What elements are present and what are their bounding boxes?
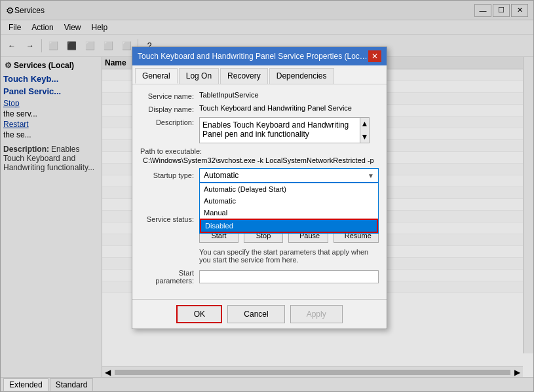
tab-general[interactable]: General	[135, 68, 178, 84]
info-text: You can specify the start parameters tha…	[140, 248, 379, 264]
startup-type-value: Automatic	[204, 171, 238, 180]
tab-dependencies[interactable]: Dependencies	[269, 68, 334, 84]
description-value: Enables Touch Keyboard and Handwriting P…	[202, 120, 349, 139]
properties-dialog: Touch Keyboard and Handwriting Panel Ser…	[132, 46, 387, 329]
start-parameters-row: Start parameters:	[140, 269, 379, 285]
params-label: Start parameters:	[140, 269, 199, 285]
startup-dropdown-list: Automatic (Delayed Start) Automatic Manu…	[199, 183, 379, 234]
description-row: Description: Enables Touch Keyboard and …	[140, 117, 379, 143]
scroll-down-icon[interactable]: ▼	[361, 132, 369, 141]
dialog-title: Touch Keyboard and Handwriting Panel Ser…	[138, 52, 368, 61]
option-auto-delayed[interactable]: Automatic (Delayed Start)	[200, 183, 378, 195]
ok-button[interactable]: OK	[176, 305, 222, 323]
service-name-label: Service name:	[140, 91, 199, 100]
path-value: C:\Windows\System32\svchost.exe -k Local…	[140, 156, 379, 164]
startup-type-row: Startup type: Automatic ▼ Automatic (Del…	[140, 168, 379, 183]
option-disabled[interactable]: Disabled	[200, 219, 378, 233]
service-name-row: Service name: TabletInputService	[140, 91, 379, 100]
display-name-value: Touch Keyboard and Handwriting Panel Ser…	[199, 104, 379, 112]
description-scrollbar[interactable]: ▲ ▼	[360, 118, 369, 143]
cancel-button[interactable]: Cancel	[227, 305, 284, 323]
dialog-close-button[interactable]: ✕	[368, 50, 381, 62]
dialog-title-bar: Touch Keyboard and Handwriting Panel Ser…	[132, 47, 387, 65]
dropdown-arrow-icon: ▼	[368, 172, 374, 179]
tab-recovery[interactable]: Recovery	[220, 68, 268, 84]
display-name-row: Display name: Touch Keyboard and Handwri…	[140, 104, 379, 113]
description-box: Enables Touch Keyboard and Handwriting P…	[199, 117, 370, 143]
service-name-value: TabletInputService	[199, 91, 379, 99]
startup-type-selected[interactable]: Automatic ▼	[199, 168, 379, 183]
dialog-action-buttons: OK Cancel Apply	[132, 299, 387, 329]
option-automatic[interactable]: Automatic	[200, 195, 378, 207]
service-status-label: Service status:	[140, 215, 199, 223]
scroll-up-icon[interactable]: ▲	[361, 119, 369, 128]
dialog-tabs: General Log On Recovery Dependencies	[132, 65, 387, 84]
display-name-label: Display name:	[140, 104, 199, 113]
main-window: ⚙ Services — ☐ ✕ File Action View Help ←…	[0, 0, 534, 392]
path-row: Path to executable: C:\Windows\System32\…	[140, 147, 379, 164]
dialog-content: Service name: TabletInputService Display…	[132, 84, 387, 299]
startup-type-dropdown[interactable]: Automatic ▼ Automatic (Delayed Start) Au…	[199, 168, 379, 183]
params-input[interactable]	[199, 270, 379, 283]
startup-type-label: Startup type:	[140, 171, 199, 179]
tab-logon[interactable]: Log On	[179, 68, 219, 84]
path-label: Path to executable:	[140, 147, 379, 155]
apply-button[interactable]: Apply	[290, 305, 343, 323]
option-manual[interactable]: Manual	[200, 207, 378, 219]
description-label: Description:	[140, 117, 199, 126]
